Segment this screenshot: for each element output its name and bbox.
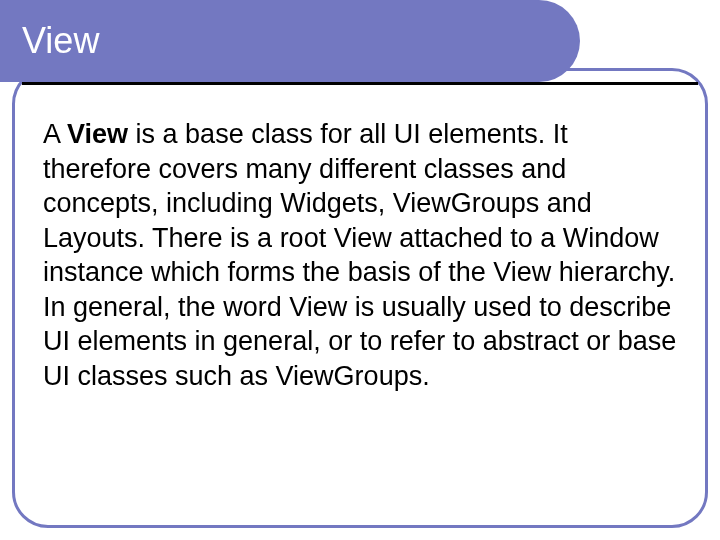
title-bar: View	[0, 0, 580, 82]
body-prefix: A	[43, 119, 67, 149]
body-rest: is a base class for all UI elements. It …	[43, 119, 676, 391]
slide-title: View	[22, 20, 99, 62]
title-underline	[22, 82, 698, 85]
content-container: A View is a base class for all UI elemen…	[12, 68, 708, 528]
body-paragraph: A View is a base class for all UI elemen…	[43, 117, 677, 393]
body-bold-term: View	[67, 119, 128, 149]
